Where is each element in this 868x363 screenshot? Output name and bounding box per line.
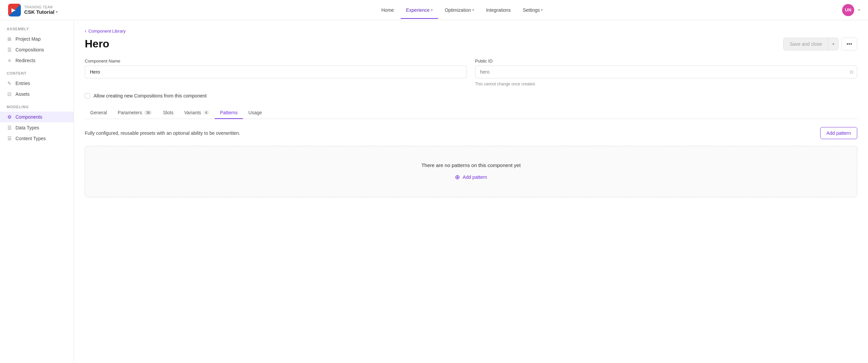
form-row: Component Name Public ID ⧉ This cannot c…	[85, 59, 857, 87]
section-content: CONTENT	[0, 71, 74, 75]
sidebar-item-label: Entries	[16, 81, 30, 86]
sidebar-item-components[interactable]: ⚙ Components	[0, 111, 74, 122]
tabs: General Parameters 36 Slots Variants 4 P…	[85, 106, 857, 119]
tab-description: Fully configured, reusable presets with …	[85, 127, 857, 139]
sidebar-item-compositions[interactable]: ☰ Compositions	[0, 44, 74, 55]
sidebar-item-label: Compositions	[16, 47, 44, 53]
sidebar-item-data-types[interactable]: ☰ Data Types	[0, 122, 74, 133]
component-name-group: Component Name	[85, 59, 467, 87]
nav-home[interactable]: Home	[376, 5, 399, 15]
sidebar-item-label: Data Types	[16, 125, 39, 130]
content-types-icon: ☰	[7, 136, 12, 141]
tab-parameters[interactable]: Parameters 36	[112, 106, 158, 119]
sidebar-item-redirects[interactable]: ≡ Redirects	[0, 55, 74, 66]
tab-usage[interactable]: Usage	[243, 106, 267, 119]
sidebar-item-content-types[interactable]: ☰ Content Types	[0, 133, 74, 144]
sidebar-item-label: Assets	[16, 91, 30, 97]
nav-right: UN ▾	[842, 4, 860, 16]
add-pattern-circle-icon: ⊕	[455, 173, 460, 181]
compositions-icon: ☰	[7, 47, 12, 53]
optimization-chevron: ▾	[472, 8, 474, 12]
copy-icon[interactable]: ⧉	[850, 69, 853, 75]
public-id-wrapper: ⧉	[475, 66, 857, 78]
components-icon: ⚙	[7, 114, 12, 120]
header-actions: Save and close ▾ •••	[783, 38, 857, 51]
public-id-group: Public ID ⧉ This cannot change once crea…	[475, 59, 857, 87]
sidebar-item-label: Redirects	[16, 58, 35, 63]
add-pattern-inline-button[interactable]: ⊕ Add pattern	[455, 173, 487, 181]
app-logo[interactable]	[8, 4, 21, 16]
patterns-description: Fully configured, reusable presets with …	[85, 130, 240, 136]
public-id-hint: This cannot change once created.	[475, 82, 857, 87]
assets-icon: ⊡	[7, 91, 12, 97]
settings-chevron: ▾	[541, 8, 542, 12]
compositions-checkbox[interactable]	[85, 93, 90, 98]
logo-area: TRAINING TEAM CSK Tutorial ▾	[8, 4, 82, 16]
redirects-icon: ≡	[7, 58, 12, 63]
project-map-icon: ⊞	[7, 36, 12, 42]
variants-badge: 4	[203, 110, 209, 115]
breadcrumb[interactable]: ‹ Component Library	[85, 28, 857, 34]
data-types-icon: ☰	[7, 125, 12, 130]
sidebar-item-project-map[interactable]: ⊞ Project Map	[0, 34, 74, 44]
nav-links: Home Experience ▾ Optimization ▾ Integra…	[82, 5, 842, 15]
nav-optimization[interactable]: Optimization ▾	[439, 5, 479, 15]
tab-patterns[interactable]: Patterns	[215, 106, 243, 119]
app-name[interactable]: CSK Tutorial ▾	[24, 9, 58, 15]
tab-slots[interactable]: Slots	[157, 106, 179, 119]
page-title: Hero	[85, 38, 109, 50]
empty-state: There are no patterns on this component …	[85, 146, 857, 197]
breadcrumb-label: Component Library	[89, 29, 126, 34]
nav-experience[interactable]: Experience ▾	[401, 5, 438, 15]
sidebar: ASSEMBLY ⊞ Project Map ☰ Compositions ≡ …	[0, 20, 74, 363]
checkbox-row: Allow creating new Compositions from thi…	[85, 93, 857, 98]
app-name-chevron[interactable]: ▾	[56, 10, 58, 14]
avatar[interactable]: UN	[842, 4, 854, 16]
main-content: ‹ Component Library Hero Save and close …	[74, 20, 868, 363]
tab-variants[interactable]: Variants 4	[179, 106, 215, 119]
sidebar-item-label: Content Types	[16, 136, 46, 141]
add-pattern-inline-label: Add pattern	[463, 174, 487, 180]
layout: ASSEMBLY ⊞ Project Map ☰ Compositions ≡ …	[0, 20, 868, 363]
more-options-button[interactable]: •••	[841, 38, 857, 51]
team-label: TRAINING TEAM	[24, 5, 58, 9]
nav-integrations[interactable]: Integrations	[481, 5, 516, 15]
page-header: Hero Save and close ▾ •••	[85, 38, 857, 51]
add-pattern-button[interactable]: Add pattern	[820, 127, 857, 139]
save-close-button[interactable]: Save and close	[783, 38, 828, 50]
sidebar-item-label: Components	[16, 114, 42, 120]
sidebar-item-entries[interactable]: ✎ Entries	[0, 78, 74, 89]
checkbox-label: Allow creating new Compositions from thi…	[94, 93, 207, 98]
nav-settings[interactable]: Settings ▾	[518, 5, 548, 15]
section-modeling: MODELING	[0, 105, 74, 109]
component-name-label: Component Name	[85, 59, 467, 64]
save-close-dropdown-button[interactable]: ▾	[828, 38, 838, 50]
logo-text: TRAINING TEAM CSK Tutorial ▾	[24, 5, 58, 15]
entries-icon: ✎	[7, 81, 12, 86]
tab-general[interactable]: General	[85, 106, 112, 119]
avatar-chevron[interactable]: ▾	[858, 8, 860, 12]
component-name-input[interactable]	[85, 66, 467, 78]
experience-chevron: ▾	[431, 8, 433, 12]
sidebar-item-label: Project Map	[16, 36, 41, 42]
empty-state-text: There are no patterns on this component …	[421, 162, 521, 168]
public-id-label: Public ID	[475, 59, 857, 64]
public-id-input[interactable]	[475, 66, 857, 78]
section-assembly: ASSEMBLY	[0, 27, 74, 31]
parameters-badge: 36	[144, 110, 152, 115]
save-close-group: Save and close ▾	[783, 38, 839, 51]
sidebar-item-assets[interactable]: ⊡ Assets	[0, 89, 74, 99]
top-navigation: TRAINING TEAM CSK Tutorial ▾ Home Experi…	[0, 0, 868, 20]
breadcrumb-arrow: ‹	[85, 28, 87, 34]
